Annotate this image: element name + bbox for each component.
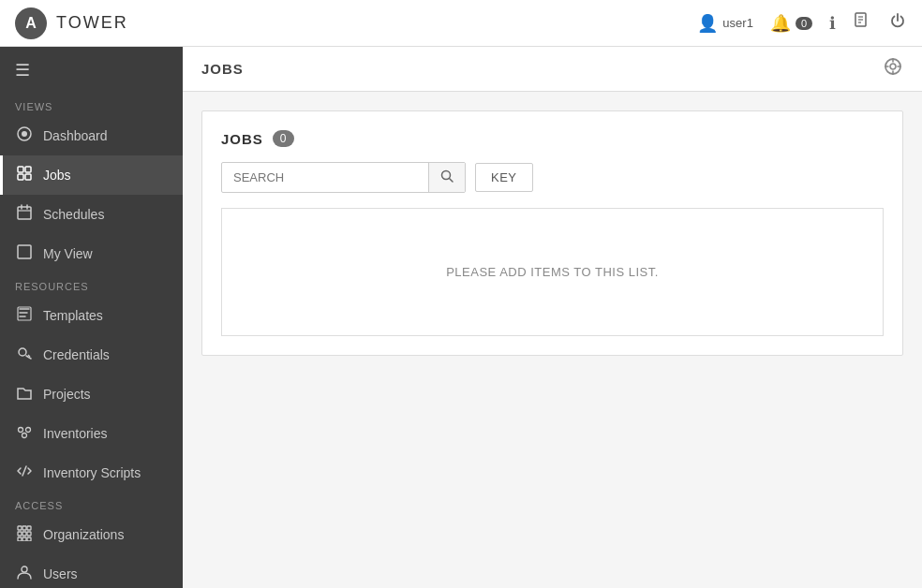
page-header: JOBS [183,47,922,92]
search-button[interactable] [428,163,465,192]
sidebar-item-credentials[interactable]: Credentials [0,335,183,375]
jobs-icon [15,165,34,185]
sidebar-label-inventory-scripts: Inventory Scripts [43,465,141,480]
user-info[interactable]: 👤 user1 [697,13,753,34]
svg-point-15 [19,348,26,356]
sidebar-item-inventories[interactable]: Inventories [0,414,183,453]
docs-icon[interactable] [853,11,871,35]
user-icon: 👤 [697,13,718,34]
svg-rect-8 [18,174,23,180]
svg-point-30 [22,566,27,572]
jobs-card: JOBS 0 KEY [201,110,903,356]
svg-rect-22 [22,526,26,530]
key-button[interactable]: KEY [475,163,533,192]
power-icon[interactable] [888,11,907,35]
svg-line-20 [22,466,26,476]
page-title: JOBS [201,61,244,77]
sidebar: ☰ VIEWS Dashboard Jobs [0,47,183,588]
notification-badge: 0 [796,17,812,30]
sidebar-label-my-view: My View [43,246,93,261]
top-header: A TOWER 👤 user1 🔔 0 ℹ [0,0,922,47]
resources-section-label: RESOURCES [0,273,183,296]
svg-point-32 [890,64,896,69]
search-box [221,162,466,193]
sidebar-label-schedules: Schedules [43,207,104,222]
credentials-icon [15,345,34,365]
sidebar-item-jobs[interactable]: Jobs [0,155,183,195]
search-row: KEY [221,162,884,193]
card-title: JOBS [221,131,263,147]
sidebar-item-users[interactable]: Users [0,554,183,588]
sidebar-label-dashboard: Dashboard [43,128,108,143]
organizations-icon [15,524,34,545]
svg-rect-10 [18,207,31,219]
svg-rect-27 [18,537,22,541]
svg-point-5 [22,131,27,137]
card-header: JOBS 0 [221,130,884,147]
sidebar-label-templates: Templates [43,308,103,323]
svg-rect-25 [22,532,26,536]
content-area: JOBS 0 KEY [183,92,922,588]
sidebar-item-projects[interactable]: Projects [0,375,183,414]
sidebar-label-credentials: Credentials [43,347,110,362]
svg-rect-29 [27,537,31,541]
sidebar-item-schedules[interactable]: Schedules [0,195,183,234]
inventory-scripts-icon [15,463,34,483]
app-layout: ☰ VIEWS Dashboard Jobs [0,47,922,588]
svg-rect-21 [18,526,22,530]
svg-rect-26 [27,532,31,536]
sidebar-item-my-view[interactable]: My View [0,234,183,273]
empty-list-message: PLEASE ADD ITEMS TO THIS LIST. [221,208,884,336]
inventories-icon [15,423,34,444]
page-settings-icon[interactable] [883,56,903,81]
views-section-label: VIEWS [0,94,183,116]
sidebar-item-templates[interactable]: Templates [0,296,183,335]
jobs-count-badge: 0 [273,130,294,147]
svg-point-19 [22,434,27,438]
svg-line-38 [450,179,454,183]
access-section-label: ACCESS [0,492,183,515]
schedules-icon [15,204,34,225]
sidebar-label-organizations: Organizations [43,527,124,542]
sidebar-label-jobs: Jobs [43,168,71,183]
sidebar-item-organizations[interactable]: Organizations [0,515,183,554]
projects-icon [15,384,34,404]
notifications-icon: 🔔 [770,13,791,34]
svg-point-18 [26,428,31,433]
sidebar-label-inventories: Inventories [43,426,107,441]
svg-rect-9 [25,174,31,180]
svg-rect-23 [27,526,31,530]
svg-rect-6 [18,167,23,172]
main-content: JOBS JOBS 0 [183,47,922,588]
app-logo: A [15,7,47,39]
search-input[interactable] [222,164,428,191]
templates-icon [15,305,34,326]
svg-rect-7 [25,167,31,172]
svg-rect-14 [18,245,31,258]
svg-point-17 [19,428,23,433]
svg-rect-28 [22,537,26,541]
sidebar-label-users: Users [43,566,78,581]
app-title: TOWER [56,13,128,33]
username-label: user1 [722,16,753,30]
sidebar-item-dashboard[interactable]: Dashboard [0,116,183,155]
header-left: A TOWER [15,7,128,39]
my-view-icon [15,243,34,264]
svg-rect-24 [18,532,22,536]
header-right: 👤 user1 🔔 0 ℹ [697,11,907,35]
notifications-group[interactable]: 🔔 0 [770,13,812,34]
dashboard-icon [15,125,34,146]
info-icon[interactable]: ℹ [829,13,836,34]
sidebar-item-inventory-scripts[interactable]: Inventory Scripts [0,453,183,492]
users-icon [15,564,34,584]
sidebar-menu-button[interactable]: ☰ [0,47,183,94]
sidebar-label-projects: Projects [43,387,91,402]
